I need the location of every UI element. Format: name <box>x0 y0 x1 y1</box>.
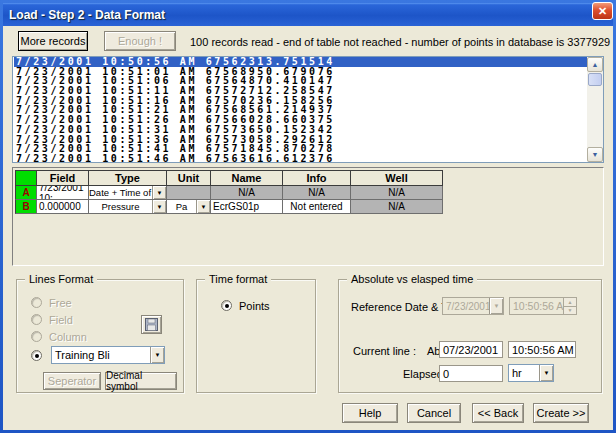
cancel-button[interactable]: Cancel <box>407 403 461 423</box>
help-button[interactable]: Help <box>342 403 398 423</box>
lines-format-group: Lines Format Free Field Column Training … <box>16 279 184 393</box>
scroll-up-icon: ▲ <box>592 61 599 68</box>
back-button-label: << Back <box>478 407 518 419</box>
save-icon <box>145 318 158 331</box>
save-format-button[interactable] <box>141 315 162 334</box>
header-unit: Unit <box>167 170 211 186</box>
records-listbox[interactable]: 7/23/2001 10:50:56 AM 67562313.751514 7/… <box>12 56 604 163</box>
preset-combo[interactable]: Training Bli ▼ <box>51 346 165 364</box>
row-b-name-field[interactable]: EcrGS01p <box>211 200 283 214</box>
elapsed-value-text: 0 <box>443 368 449 380</box>
records-list: 7/23/2001 10:50:56 AM 67562313.751514 7/… <box>14 57 586 163</box>
help-button-label: Help <box>359 407 382 419</box>
absolute-date-value: 07/23/2001 <box>443 344 498 356</box>
back-button[interactable]: << Back <box>472 403 524 423</box>
window-title: Load - Step 2 - Data Format <box>9 8 165 22</box>
more-records-label: More records <box>21 35 86 47</box>
row-b-info-field[interactable]: Not entered <box>283 200 351 214</box>
row-a-unit-cell <box>167 186 211 200</box>
row-b-well-cell: N/A <box>351 200 443 214</box>
record-row[interactable]: 7/23/2001 10:51:46 AM 67563616.612376 <box>14 154 586 163</box>
lines-format-title: Lines Format <box>25 273 97 285</box>
row-a-type-value: Date + Time of Day <box>89 187 152 198</box>
scroll-down-icon: ▼ <box>592 151 599 158</box>
decimal-symbol-button[interactable]: Decimal symbol <box>105 372 177 390</box>
header-type: Type <box>89 170 167 186</box>
reference-time-value: 10:50:56 AM <box>510 300 563 312</box>
points-radio[interactable] <box>221 300 232 311</box>
close-button[interactable]: ✕ <box>592 2 613 20</box>
separator-button[interactable]: Seperator <box>43 372 101 390</box>
row-a-well-cell: N/A <box>351 186 443 200</box>
row-b-unit-combo[interactable]: Pa ▼ <box>167 200 211 214</box>
row-b-unit-value: Pa <box>167 201 196 212</box>
records-status-text: 100 records read - end of table not reac… <box>190 36 610 48</box>
chevron-down-icon[interactable]: ▼ <box>196 200 210 213</box>
current-line-label: Current line : <box>353 345 416 357</box>
spinner-down-icon[interactable]: ▼ <box>563 306 576 315</box>
chevron-down-icon[interactable]: ▼ <box>152 186 166 199</box>
corner-cell <box>15 170 37 186</box>
absolute-elapsed-title: Absolute vs elasped time <box>347 273 477 285</box>
table-row: B 0.000000 Pressure ▼ Pa ▼ E <box>15 200 443 214</box>
enough-button[interactable]: Enough ! <box>104 31 176 51</box>
create-button-label: Create >> <box>537 407 586 419</box>
absolute-elapsed-group: Absolute vs elasped time Reference Date … <box>338 279 602 393</box>
dialog-body: More records Enough ! 100 records read -… <box>3 26 613 430</box>
row-b-type-combo[interactable]: Pressure ▼ <box>89 200 167 214</box>
chevron-down-icon[interactable]: ▼ <box>489 298 503 314</box>
row-b-marker[interactable]: B <box>15 200 37 214</box>
separator-button-label: Seperator <box>48 375 96 387</box>
free-radio[interactable] <box>31 297 42 308</box>
elapsed-value-field[interactable]: 0 <box>439 365 503 382</box>
spinner-up-icon[interactable]: ▲ <box>563 298 576 306</box>
header-well: Well <box>351 170 443 186</box>
row-a-type-combo[interactable]: Date + Time of Day ▼ <box>89 186 167 200</box>
free-radio-label: Free <box>49 297 72 309</box>
dialog-window: Load - Step 2 - Data Format ✕ More recor… <box>0 0 616 433</box>
cancel-button-label: Cancel <box>417 407 451 419</box>
header-info: Info <box>283 170 351 186</box>
header-name: Name <box>211 170 283 186</box>
row-a-field-value[interactable]: 7/23/2001 10: <box>37 186 89 200</box>
decimal-symbol-button-label: Decimal symbol <box>106 370 176 392</box>
vertical-scrollbar[interactable]: ▲ ▼ <box>587 57 603 162</box>
field-radio[interactable] <box>31 314 42 325</box>
preset-combo-value: Training Bli <box>52 349 150 361</box>
chevron-down-icon[interactable]: ▼ <box>539 365 553 381</box>
scroll-up-button[interactable]: ▲ <box>587 57 603 72</box>
create-button[interactable]: Create >> <box>533 403 589 423</box>
scrollbar-thumb[interactable] <box>588 73 602 86</box>
row-b-type-value: Pressure <box>89 201 152 212</box>
field-table-panel: Field Type Unit Name Info Well A 7/23/20… <box>12 167 604 266</box>
table-row: A 7/23/2001 10: Date + Time of Day ▼ N/A… <box>15 186 443 200</box>
row-a-info-cell: N/A <box>283 186 351 200</box>
absolute-time-field[interactable]: 10:50:56 AM <box>508 341 576 358</box>
more-records-button[interactable]: More records <box>18 31 88 51</box>
preset-radio[interactable] <box>31 350 42 361</box>
row-a-marker[interactable]: A <box>15 186 37 200</box>
field-radio-label: Field <box>49 314 73 326</box>
elapsed-unit-combo[interactable]: hr ▼ <box>508 364 554 382</box>
reference-date-value: 7/23/2001 <box>443 301 489 312</box>
header-field: Field <box>37 170 89 186</box>
enough-label: Enough ! <box>118 35 162 47</box>
absolute-date-field[interactable]: 07/23/2001 <box>439 341 503 358</box>
column-radio-label: Column <box>49 331 87 343</box>
reference-time-spinner[interactable]: 10:50:56 AM ▲ ▼ <box>509 297 577 315</box>
elapsed-unit-value: hr <box>509 367 539 379</box>
titlebar[interactable]: Load - Step 2 - Data Format <box>3 3 613 26</box>
absolute-time-value: 10:50:56 AM <box>512 344 574 356</box>
table-header-row: Field Type Unit Name Info Well <box>15 170 443 186</box>
chevron-down-icon[interactable]: ▼ <box>152 200 166 213</box>
column-radio[interactable] <box>31 331 42 342</box>
scroll-down-button[interactable]: ▼ <box>587 147 603 162</box>
row-a-name-cell: N/A <box>211 186 283 200</box>
reference-date-combo[interactable]: 7/23/2001 ▼ <box>442 297 504 315</box>
elapsed-label: Elapsed <box>403 368 443 380</box>
chevron-down-icon[interactable]: ▼ <box>150 347 164 363</box>
row-b-field-value[interactable]: 0.000000 <box>37 200 89 214</box>
time-format-group: Time format Points <box>196 279 316 393</box>
points-radio-label: Points <box>239 300 270 312</box>
field-table: Field Type Unit Name Info Well A 7/23/20… <box>15 170 443 214</box>
